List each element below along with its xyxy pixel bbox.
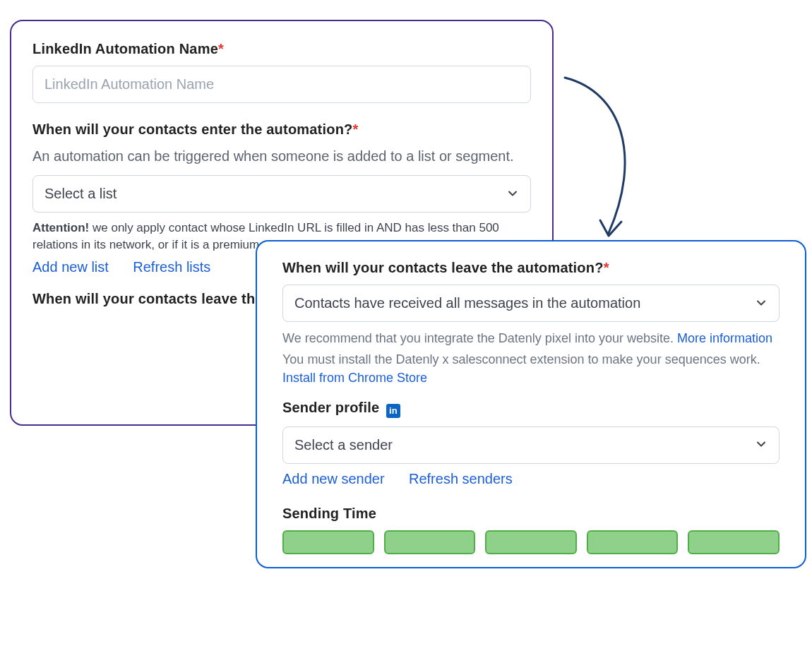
more-information-link[interactable]: More information	[677, 331, 772, 345]
select-list-wrap: Select a list	[32, 175, 531, 213]
day-pill-2[interactable]	[384, 530, 476, 554]
day-pill-3[interactable]	[485, 530, 577, 554]
refresh-lists-link[interactable]: Refresh lists	[133, 259, 210, 275]
automation-panel-step2: When will your contacts leave the automa…	[256, 240, 806, 568]
day-pill-4[interactable]	[587, 530, 679, 554]
contacts-leave-label: When will your contacts leave the automa…	[282, 260, 780, 276]
add-new-list-link[interactable]: Add new list	[32, 259, 109, 275]
day-pill-1[interactable]	[282, 530, 374, 554]
pixel-recommendation: We recommend that you integrate the Date…	[282, 329, 780, 347]
refresh-senders-link[interactable]: Refresh senders	[409, 471, 513, 486]
automation-name-label: LinkedIn Automation Name*	[32, 41, 531, 57]
add-new-sender-link[interactable]: Add new sender	[282, 471, 385, 486]
leave-condition-dropdown[interactable]: Contacts have received all messages in t…	[282, 285, 780, 322]
contacts-enter-label: When will your contacts enter the automa…	[32, 121, 531, 138]
leave-select-wrap: Contacts have received all messages in t…	[282, 285, 780, 322]
sender-actions: Add new sender Refresh senders	[282, 471, 780, 487]
sender-dropdown[interactable]: Select a sender	[282, 426, 780, 464]
select-list-dropdown[interactable]: Select a list	[32, 175, 531, 213]
sending-time-label: Sending Time	[282, 506, 780, 522]
contacts-enter-helper: An automation can be triggered when some…	[32, 146, 531, 167]
sender-profile-label: Sender profile in	[282, 400, 780, 418]
linkedin-icon: in	[386, 404, 400, 418]
sender-select-wrap: Select a sender	[282, 426, 780, 464]
install-chrome-store-link[interactable]: Install from Chrome Store	[282, 371, 427, 385]
flow-arrow-icon	[558, 71, 657, 254]
sending-time-days	[282, 530, 780, 554]
extension-note: You must install the Datenly x salesconn…	[282, 350, 780, 387]
day-pill-5[interactable]	[688, 530, 780, 554]
automation-name-input[interactable]	[32, 66, 531, 103]
